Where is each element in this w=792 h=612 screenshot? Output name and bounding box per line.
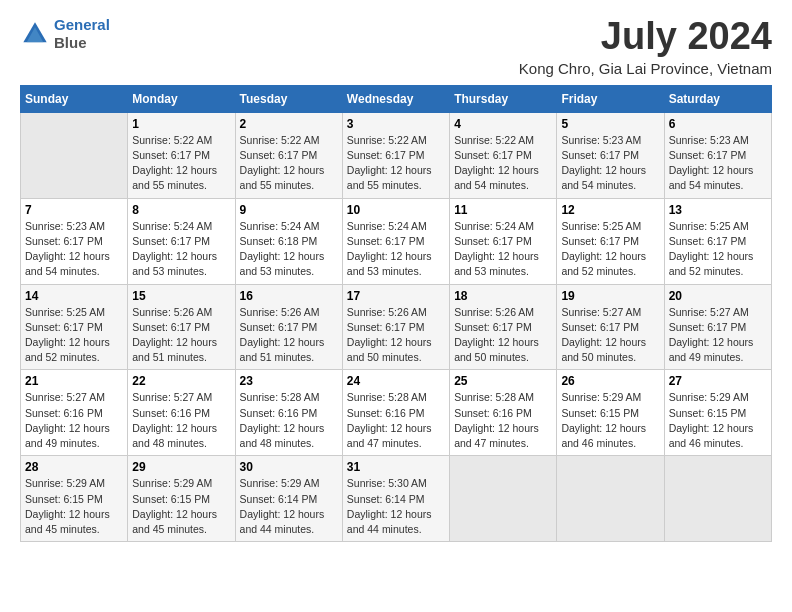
day-number: 27 [669,374,767,388]
day-info: Sunrise: 5:29 AMSunset: 6:15 PMDaylight:… [25,476,123,537]
day-info: Sunrise: 5:25 AMSunset: 6:17 PMDaylight:… [561,219,659,280]
calendar-cell: 30Sunrise: 5:29 AMSunset: 6:14 PMDayligh… [235,456,342,542]
day-info: Sunrise: 5:23 AMSunset: 6:17 PMDaylight:… [669,133,767,194]
calendar-cell: 9Sunrise: 5:24 AMSunset: 6:18 PMDaylight… [235,198,342,284]
day-number: 3 [347,117,445,131]
day-info: Sunrise: 5:28 AMSunset: 6:16 PMDaylight:… [347,390,445,451]
calendar-cell: 24Sunrise: 5:28 AMSunset: 6:16 PMDayligh… [342,370,449,456]
day-number: 16 [240,289,338,303]
day-number: 13 [669,203,767,217]
calendar-cell: 28Sunrise: 5:29 AMSunset: 6:15 PMDayligh… [21,456,128,542]
calendar-cell: 20Sunrise: 5:27 AMSunset: 6:17 PMDayligh… [664,284,771,370]
calendar-cell: 26Sunrise: 5:29 AMSunset: 6:15 PMDayligh… [557,370,664,456]
day-number: 10 [347,203,445,217]
day-info: Sunrise: 5:23 AMSunset: 6:17 PMDaylight:… [561,133,659,194]
day-header-friday: Friday [557,85,664,112]
calendar-cell: 22Sunrise: 5:27 AMSunset: 6:16 PMDayligh… [128,370,235,456]
day-header-sunday: Sunday [21,85,128,112]
calendar-cell: 31Sunrise: 5:30 AMSunset: 6:14 PMDayligh… [342,456,449,542]
day-number: 9 [240,203,338,217]
day-number: 12 [561,203,659,217]
day-info: Sunrise: 5:25 AMSunset: 6:17 PMDaylight:… [669,219,767,280]
day-info: Sunrise: 5:27 AMSunset: 6:16 PMDaylight:… [25,390,123,451]
day-info: Sunrise: 5:22 AMSunset: 6:17 PMDaylight:… [132,133,230,194]
day-info: Sunrise: 5:29 AMSunset: 6:15 PMDaylight:… [669,390,767,451]
day-number: 24 [347,374,445,388]
title-block: July 2024 Kong Chro, Gia Lai Province, V… [519,16,772,77]
day-number: 18 [454,289,552,303]
day-number: 11 [454,203,552,217]
day-info: Sunrise: 5:24 AMSunset: 6:17 PMDaylight:… [454,219,552,280]
calendar-cell: 27Sunrise: 5:29 AMSunset: 6:15 PMDayligh… [664,370,771,456]
day-number: 6 [669,117,767,131]
calendar-cell: 12Sunrise: 5:25 AMSunset: 6:17 PMDayligh… [557,198,664,284]
calendar-cell: 3Sunrise: 5:22 AMSunset: 6:17 PMDaylight… [342,112,449,198]
day-info: Sunrise: 5:27 AMSunset: 6:17 PMDaylight:… [561,305,659,366]
calendar-cell: 13Sunrise: 5:25 AMSunset: 6:17 PMDayligh… [664,198,771,284]
day-info: Sunrise: 5:29 AMSunset: 6:15 PMDaylight:… [132,476,230,537]
calendar-cell [21,112,128,198]
calendar-cell: 15Sunrise: 5:26 AMSunset: 6:17 PMDayligh… [128,284,235,370]
calendar-cell [450,456,557,542]
day-number: 4 [454,117,552,131]
calendar-week-row: 28Sunrise: 5:29 AMSunset: 6:15 PMDayligh… [21,456,772,542]
calendar-week-row: 14Sunrise: 5:25 AMSunset: 6:17 PMDayligh… [21,284,772,370]
calendar-cell: 23Sunrise: 5:28 AMSunset: 6:16 PMDayligh… [235,370,342,456]
day-number: 17 [347,289,445,303]
day-number: 8 [132,203,230,217]
calendar-week-row: 7Sunrise: 5:23 AMSunset: 6:17 PMDaylight… [21,198,772,284]
day-number: 7 [25,203,123,217]
day-info: Sunrise: 5:27 AMSunset: 6:17 PMDaylight:… [669,305,767,366]
day-number: 29 [132,460,230,474]
subtitle: Kong Chro, Gia Lai Province, Vietnam [519,60,772,77]
logo-icon [20,19,50,49]
logo: General Blue [20,16,110,52]
calendar-cell: 11Sunrise: 5:24 AMSunset: 6:17 PMDayligh… [450,198,557,284]
day-header-thursday: Thursday [450,85,557,112]
day-info: Sunrise: 5:29 AMSunset: 6:14 PMDaylight:… [240,476,338,537]
calendar-cell: 4Sunrise: 5:22 AMSunset: 6:17 PMDaylight… [450,112,557,198]
calendar-cell: 21Sunrise: 5:27 AMSunset: 6:16 PMDayligh… [21,370,128,456]
day-info: Sunrise: 5:30 AMSunset: 6:14 PMDaylight:… [347,476,445,537]
calendar-cell: 16Sunrise: 5:26 AMSunset: 6:17 PMDayligh… [235,284,342,370]
calendar-week-row: 1Sunrise: 5:22 AMSunset: 6:17 PMDaylight… [21,112,772,198]
day-info: Sunrise: 5:28 AMSunset: 6:16 PMDaylight:… [240,390,338,451]
day-number: 15 [132,289,230,303]
calendar-cell: 19Sunrise: 5:27 AMSunset: 6:17 PMDayligh… [557,284,664,370]
day-info: Sunrise: 5:24 AMSunset: 6:18 PMDaylight:… [240,219,338,280]
day-info: Sunrise: 5:22 AMSunset: 6:17 PMDaylight:… [454,133,552,194]
day-number: 19 [561,289,659,303]
day-info: Sunrise: 5:29 AMSunset: 6:15 PMDaylight:… [561,390,659,451]
calendar-cell: 6Sunrise: 5:23 AMSunset: 6:17 PMDaylight… [664,112,771,198]
calendar-cell: 18Sunrise: 5:26 AMSunset: 6:17 PMDayligh… [450,284,557,370]
calendar-cell: 29Sunrise: 5:29 AMSunset: 6:15 PMDayligh… [128,456,235,542]
calendar-cell [664,456,771,542]
calendar-header-row: SundayMondayTuesdayWednesdayThursdayFrid… [21,85,772,112]
calendar-cell: 7Sunrise: 5:23 AMSunset: 6:17 PMDaylight… [21,198,128,284]
logo-text: General Blue [54,16,110,52]
day-number: 25 [454,374,552,388]
calendar-week-row: 21Sunrise: 5:27 AMSunset: 6:16 PMDayligh… [21,370,772,456]
day-number: 1 [132,117,230,131]
page-header: General Blue July 2024 Kong Chro, Gia La… [20,16,772,77]
calendar-table: SundayMondayTuesdayWednesdayThursdayFrid… [20,85,772,542]
day-info: Sunrise: 5:23 AMSunset: 6:17 PMDaylight:… [25,219,123,280]
day-info: Sunrise: 5:25 AMSunset: 6:17 PMDaylight:… [25,305,123,366]
calendar-cell: 5Sunrise: 5:23 AMSunset: 6:17 PMDaylight… [557,112,664,198]
day-header-wednesday: Wednesday [342,85,449,112]
day-number: 26 [561,374,659,388]
day-number: 23 [240,374,338,388]
day-number: 21 [25,374,123,388]
day-header-monday: Monday [128,85,235,112]
calendar-cell: 25Sunrise: 5:28 AMSunset: 6:16 PMDayligh… [450,370,557,456]
day-info: Sunrise: 5:26 AMSunset: 6:17 PMDaylight:… [240,305,338,366]
day-number: 20 [669,289,767,303]
day-info: Sunrise: 5:26 AMSunset: 6:17 PMDaylight:… [454,305,552,366]
calendar-cell: 2Sunrise: 5:22 AMSunset: 6:17 PMDaylight… [235,112,342,198]
day-info: Sunrise: 5:26 AMSunset: 6:17 PMDaylight:… [132,305,230,366]
calendar-cell: 17Sunrise: 5:26 AMSunset: 6:17 PMDayligh… [342,284,449,370]
day-number: 5 [561,117,659,131]
day-number: 28 [25,460,123,474]
day-number: 30 [240,460,338,474]
day-number: 2 [240,117,338,131]
